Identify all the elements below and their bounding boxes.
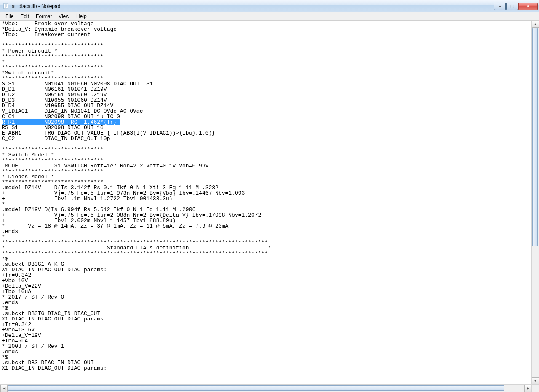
text-line[interactable]: * 2017 / ST / Rev 0 xyxy=(2,294,530,300)
menu-help[interactable]: Help xyxy=(73,13,90,20)
maximize-button[interactable]: ▢ xyxy=(506,3,518,10)
text-line[interactable]: ******************************* xyxy=(2,54,530,59)
menu-edit[interactable]: Edit xyxy=(17,13,32,20)
menu-format-rest: rmat xyxy=(42,13,52,19)
menu-file[interactable]: File xyxy=(2,13,17,20)
text-line[interactable]: + Ibvl=.1m Nbvl=1.2722 Tbv1=001433.3u) xyxy=(2,196,530,201)
text-editor[interactable]: *Vbo: Break over voltage*Delta_V: Dynami… xyxy=(0,21,531,384)
text-line[interactable]: .ends xyxy=(2,229,530,234)
scroll-right-arrow-icon[interactable]: ▶ xyxy=(524,385,531,392)
text-line[interactable]: C_C2 DIAC_IN DIAC_OUT 10p xyxy=(2,136,530,141)
vertical-scrollbar[interactable]: ▲ ▼ xyxy=(531,21,539,384)
horizontal-scrollbar[interactable]: ◀ ▶ xyxy=(0,384,531,392)
text-line[interactable]: ******************************* xyxy=(2,147,530,152)
text-line[interactable]: .ends xyxy=(2,300,530,305)
editor-area: *Vbo: Break over voltage*Delta_V: Dynami… xyxy=(0,21,539,392)
menu-view-rest: iew xyxy=(62,13,69,19)
close-button[interactable]: ✕ xyxy=(518,3,538,10)
text-line[interactable]: ****************************************… xyxy=(2,251,530,256)
scroll-left-arrow-icon[interactable]: ◀ xyxy=(0,385,8,392)
menubar: File Edit Format View Help xyxy=(0,12,539,21)
text-line[interactable]: X1 DIAC_IN DIAC_OUT DIAC params: xyxy=(2,267,530,273)
text-line[interactable]: * Vz = 18 @ 14mA, Zz = 37 @ 1mA, Zz = 11… xyxy=(2,223,530,229)
size-grip[interactable] xyxy=(531,384,539,392)
text-line[interactable]: *Ibo: Breakover current xyxy=(2,32,530,37)
horizontal-scroll-thumb[interactable] xyxy=(8,385,504,391)
text-line[interactable]: +Delta_V=22V xyxy=(2,283,530,289)
menu-view[interactable]: View xyxy=(55,13,73,20)
menu-file-rest: ile xyxy=(8,13,13,19)
text-line[interactable]: +Tr=0.342 xyxy=(2,273,530,278)
text-line[interactable]: * 2008 / ST / Rev 1 xyxy=(2,344,530,349)
titlebar[interactable]: st_diacs.lib - Notepad – ▢ ✕ xyxy=(0,0,539,12)
text-line[interactable]: .ends xyxy=(2,349,530,355)
menu-format[interactable]: Format xyxy=(32,13,55,20)
menu-edit-rest: dit xyxy=(24,13,29,19)
text-line[interactable]: +Tr=0.342 xyxy=(2,322,530,327)
window-title: st_diacs.lib - Notepad xyxy=(12,3,494,9)
text-line[interactable]: +Ibo=6uA xyxy=(2,338,530,344)
notepad-window: st_diacs.lib - Notepad – ▢ ✕ File Edit F… xyxy=(0,0,539,392)
text-line[interactable]: +Vbo=10V xyxy=(2,278,530,283)
text-line[interactable]: X1 DIAC_IN DIAC_OUT DIAC params: xyxy=(2,366,530,371)
menu-help-rest: elp xyxy=(80,13,87,19)
text-line[interactable]: X1 DIAC_IN DIAC_OUT DIAC params: xyxy=(2,316,530,322)
text-line[interactable]: ******************************* xyxy=(2,65,530,70)
scroll-down-arrow-icon[interactable]: ▼ xyxy=(532,377,539,384)
window-controls: – ▢ ✕ xyxy=(494,3,538,10)
notepad-icon xyxy=(3,3,10,10)
text-line[interactable]: +Delta_V=19V xyxy=(2,333,530,338)
text-line[interactable]: +Ibo=10uA xyxy=(2,289,530,294)
vertical-scroll-thumb[interactable] xyxy=(532,28,538,246)
scroll-up-arrow-icon[interactable]: ▲ xyxy=(532,21,539,28)
minimize-button[interactable]: – xyxy=(494,3,506,10)
text-line[interactable]: +Vbo=13.6V xyxy=(2,327,530,333)
text-line[interactable]: ******************************* xyxy=(2,43,530,48)
text-line[interactable]: ******************************* xyxy=(2,169,530,174)
text-line[interactable]: *$ xyxy=(2,256,530,262)
